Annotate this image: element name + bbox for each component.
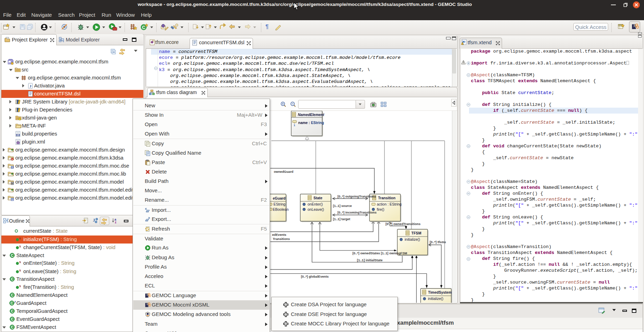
svg-text:E: E	[11, 166, 13, 169]
svg-text:eGuard: eGuard	[273, 196, 286, 200]
svg-text:C: C	[142, 25, 145, 30]
svg-text:1: 1	[294, 124, 295, 127]
svg-text:initialize(): initialize()	[428, 296, 443, 301]
svg-text:010: 010	[16, 134, 20, 137]
svg-text:k: k	[11, 158, 13, 161]
svg-text:C: C	[11, 309, 14, 313]
svg-text:!: !	[463, 43, 463, 45]
svg-text:C: C	[10, 301, 13, 305]
svg-text:C: C	[11, 277, 14, 281]
svg-text:C: C	[11, 325, 14, 329]
svg-text:Transition: Transition	[378, 196, 396, 200]
svg-text:[0..*] incomingTransitions: [0..*] incomingTransitions	[337, 211, 376, 214]
svg-text:[1..1] initialState: [1..1] initialState	[357, 258, 383, 262]
svg-text:State: State	[313, 196, 323, 200]
svg-text:S: S	[19, 237, 21, 240]
svg-text:S: S	[19, 285, 21, 288]
svg-text:fire(): fire()	[377, 207, 384, 211]
svg-text:[0..*] ownedTransitions: [0..*] ownedTransitions	[385, 222, 421, 226]
svg-text:[0..*] tfsms: [0..*] tfsms	[430, 240, 446, 244]
svg-text:J: J	[93, 218, 95, 223]
svg-text:name : EString: name : EString	[298, 121, 324, 125]
svg-text:[1..1] source: [1..1] source	[333, 204, 352, 208]
svg-text:S: S	[19, 261, 21, 264]
svg-text:J: J	[30, 84, 32, 88]
svg-text:[0..*] outgoingTransitions: [0..*] outgoingTransitions	[337, 195, 376, 198]
svg-text:[0..*] ownedStates [1..1] owni: [0..*] ownedStates [1..1] owningFSM	[352, 252, 407, 255]
svg-text:[1..1] target: [1..1] target	[333, 217, 350, 221]
svg-text:initialize(): initialize()	[405, 237, 420, 241]
svg-text:NamedElement: NamedElement	[298, 113, 324, 117]
svg-text:EBoolean: EBoolean	[273, 207, 289, 211]
svg-text:onEnter(): onEnter()	[308, 202, 323, 206]
svg-text:A: A	[14, 300, 16, 303]
svg-text:C: C	[11, 317, 14, 321]
svg-text:TFSM: TFSM	[411, 231, 421, 235]
svg-text:TimedSystem: TimedSystem	[428, 290, 452, 294]
svg-text:ownedGuard: ownedGuard	[274, 170, 293, 173]
svg-text:C: C	[11, 253, 14, 257]
svg-text:S: S	[19, 269, 21, 272]
svg-text:z: z	[115, 221, 117, 224]
svg-text:action : EString: action : EString	[377, 202, 401, 206]
svg-text:edEvents: edEvents	[272, 233, 286, 237]
svg-text:S: S	[19, 245, 21, 248]
svg-text:M: M	[11, 182, 14, 185]
svg-text:Transitions: Transitions	[273, 237, 290, 241]
svg-text:onLeave(): onLeave()	[308, 207, 324, 211]
svg-text:EString: EString	[273, 202, 286, 206]
svg-text:[0..*] globalEvents: [0..*] globalEvents	[301, 275, 329, 278]
svg-text:C: C	[11, 293, 14, 297]
